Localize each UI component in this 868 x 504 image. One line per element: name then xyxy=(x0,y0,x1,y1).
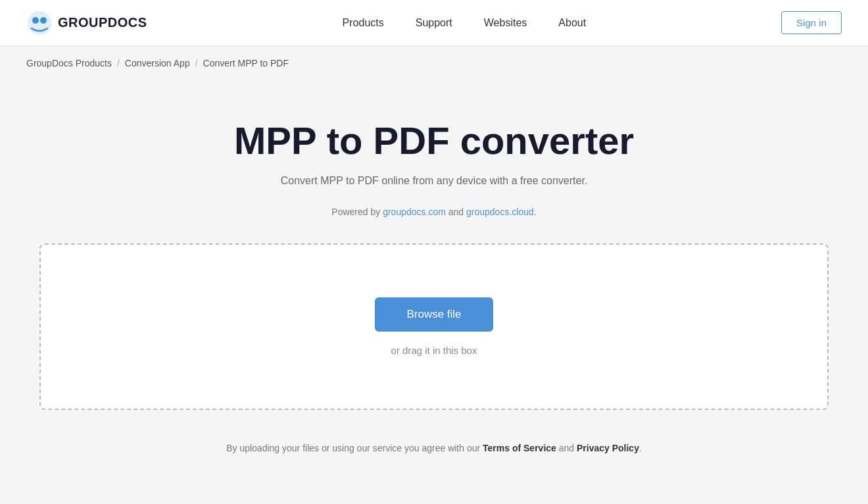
footer-prefix: By uploading your files or using our ser… xyxy=(226,443,483,453)
footer-suffix: . xyxy=(639,443,642,453)
browse-file-button[interactable]: Browse file xyxy=(375,297,493,332)
logo-text: GROUPDOCS xyxy=(58,15,147,30)
footer-agreement-text: By uploading your files or using our ser… xyxy=(226,443,642,453)
svg-point-2 xyxy=(40,17,47,24)
powered-by-prefix: Powered by xyxy=(331,207,383,217)
footer-and: and xyxy=(556,443,577,453)
breadcrumb-item-conversion-app[interactable]: Conversion App xyxy=(125,58,190,68)
main-content: MPP to PDF converter Convert MPP to PDF … xyxy=(0,80,868,480)
breadcrumb-separator-2: / xyxy=(195,58,198,68)
breadcrumb-separator-1: / xyxy=(117,58,120,68)
nav-about[interactable]: About xyxy=(558,17,586,29)
groupdocs-cloud-link[interactable]: groupdocs.cloud xyxy=(466,207,534,217)
page-title: MPP to PDF converter xyxy=(234,120,634,162)
powered-by-suffix: . xyxy=(534,207,537,217)
breadcrumb: GroupDocs Products / Conversion App / Co… xyxy=(0,46,868,80)
breadcrumb-item-groupdocs-products[interactable]: GroupDocs Products xyxy=(26,58,112,68)
nav-products[interactable]: Products xyxy=(343,17,384,29)
page-subtitle: Convert MPP to PDF online from any devic… xyxy=(281,175,588,187)
powered-by-and: and xyxy=(446,207,466,217)
logo-container: GROUPDOCS xyxy=(26,10,147,36)
nav-support[interactable]: Support xyxy=(416,17,452,29)
breadcrumb-current: Convert MPP to PDF xyxy=(203,58,289,68)
file-drop-zone[interactable]: Browse file or drag it in this box xyxy=(39,243,829,410)
powered-by-text: Powered by groupdocs.com and groupdocs.c… xyxy=(331,207,536,217)
nav-websites[interactable]: Websites xyxy=(484,17,527,29)
svg-point-1 xyxy=(32,17,39,24)
groupdocs-logo-icon xyxy=(26,10,53,36)
privacy-policy-link[interactable]: Privacy Policy xyxy=(577,443,639,453)
groupdocs-com-link[interactable]: groupdocs.com xyxy=(383,207,446,217)
terms-of-service-link[interactable]: Terms of Service xyxy=(483,443,556,453)
drag-hint-text: or drag it in this box xyxy=(391,345,477,356)
sign-in-button[interactable]: Sign in xyxy=(781,11,842,34)
nav-links: Products Support Websites About xyxy=(343,17,587,29)
navbar-right: Sign in xyxy=(781,11,842,34)
navbar: GROUPDOCS Products Support Websites Abou… xyxy=(0,0,868,46)
